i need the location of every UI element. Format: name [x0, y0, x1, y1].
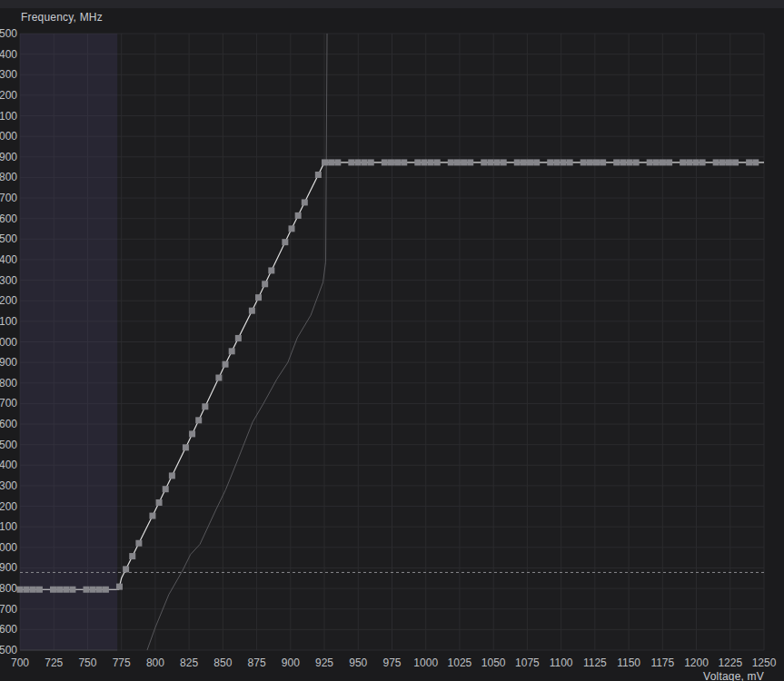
curve-point[interactable]: [633, 159, 640, 165]
curve-point[interactable]: [362, 159, 368, 165]
curve-point[interactable]: [195, 417, 202, 423]
curve-point[interactable]: [414, 159, 421, 165]
curve-point[interactable]: [746, 159, 752, 165]
curve-point[interactable]: [50, 587, 56, 593]
curve-point[interactable]: [561, 159, 567, 165]
y-tick-label: 000: [0, 541, 17, 554]
curve-point[interactable]: [202, 403, 208, 410]
curve-point[interactable]: [401, 159, 407, 165]
curve-point[interactable]: [90, 587, 96, 593]
y-axis-tick-labels: 5004003002001000009008007006005004003002…: [0, 0, 18, 681]
curve-point[interactable]: [282, 239, 288, 245]
curve-point[interactable]: [183, 444, 189, 450]
curve-point[interactable]: [215, 375, 222, 381]
curve-point[interactable]: [481, 159, 487, 165]
curve-point[interactable]: [169, 472, 175, 479]
y-tick-label: 200: [0, 294, 17, 307]
curve-point[interactable]: [732, 159, 739, 165]
curve-point[interactable]: [223, 361, 229, 368]
curve-point[interactable]: [461, 159, 467, 165]
curve-point[interactable]: [448, 159, 454, 165]
y-tick-label: 700: [0, 603, 17, 616]
y-tick-label: 100: [0, 315, 17, 328]
curve-point[interactable]: [394, 159, 401, 165]
curve-point[interactable]: [24, 587, 30, 593]
curve-point[interactable]: [613, 159, 620, 165]
curve-point[interactable]: [328, 159, 334, 165]
vf-curve-plot[interactable]: [0, 0, 784, 681]
curve-point[interactable]: [56, 587, 63, 593]
curve-point[interactable]: [163, 486, 169, 492]
curve-point[interactable]: [752, 159, 759, 165]
curve-point[interactable]: [587, 159, 593, 165]
curve-point[interactable]: [553, 159, 560, 165]
curve-point[interactable]: [494, 159, 501, 165]
curve-point[interactable]: [388, 159, 394, 165]
curve-point[interactable]: [547, 159, 553, 165]
y-tick-label: 800: [0, 377, 17, 390]
curve-point[interactable]: [527, 159, 533, 165]
curve-point[interactable]: [135, 540, 142, 547]
curve-point[interactable]: [116, 584, 123, 590]
curve-point[interactable]: [289, 225, 295, 232]
y-tick-label: 900: [0, 151, 17, 163]
curve-point[interactable]: [189, 430, 195, 437]
curve-point[interactable]: [268, 267, 274, 273]
curve-point[interactable]: [719, 159, 726, 165]
curve-point[interactable]: [149, 513, 155, 519]
curve-point[interactable]: [666, 159, 672, 165]
curve-point[interactable]: [262, 281, 268, 287]
curve-point[interactable]: [713, 159, 719, 165]
curve-point[interactable]: [700, 159, 706, 165]
curve-point[interactable]: [302, 199, 308, 205]
curve-point[interactable]: [581, 159, 587, 165]
curve-point[interactable]: [348, 159, 354, 165]
curve-point[interactable]: [96, 587, 103, 593]
curve-point[interactable]: [63, 587, 69, 593]
curve-point[interactable]: [501, 159, 507, 165]
curve-point[interactable]: [726, 159, 732, 165]
curve-point[interactable]: [686, 159, 692, 165]
curve-point[interactable]: [533, 159, 540, 165]
curve-point[interactable]: [647, 159, 653, 165]
curve-point[interactable]: [322, 159, 328, 165]
curve-point[interactable]: [521, 159, 527, 165]
curve-point[interactable]: [103, 587, 109, 593]
curve-point[interactable]: [660, 159, 666, 165]
curve-point[interactable]: [428, 159, 434, 165]
curve-point[interactable]: [467, 159, 473, 165]
curve-point[interactable]: [156, 499, 163, 506]
curve-point[interactable]: [454, 159, 461, 165]
curve-point[interactable]: [421, 159, 427, 165]
curve-point[interactable]: [255, 294, 262, 301]
curve-point[interactable]: [368, 159, 374, 165]
curve-point[interactable]: [620, 159, 626, 165]
y-tick-label: 500: [0, 439, 17, 451]
curve-point[interactable]: [593, 159, 600, 165]
curve-point[interactable]: [229, 348, 235, 354]
curve-point[interactable]: [514, 159, 521, 165]
curve-point[interactable]: [600, 159, 606, 165]
curve-point[interactable]: [83, 587, 89, 593]
curve-point[interactable]: [235, 335, 242, 341]
curve-point[interactable]: [315, 172, 322, 178]
curve-point[interactable]: [354, 159, 361, 165]
curve-point[interactable]: [123, 566, 129, 572]
curve-point[interactable]: [36, 587, 43, 593]
curve-point[interactable]: [692, 159, 699, 165]
curve-point[interactable]: [487, 159, 493, 165]
curve-point[interactable]: [334, 159, 341, 165]
curve-point[interactable]: [653, 159, 660, 165]
low-voltage-highlight-band: [20, 34, 117, 650]
curve-point[interactable]: [69, 587, 75, 593]
curve-point[interactable]: [567, 159, 573, 165]
curve-point[interactable]: [30, 587, 36, 593]
curve-point[interactable]: [295, 212, 302, 219]
curve-point[interactable]: [382, 159, 388, 165]
y-tick-label: 700: [0, 397, 17, 410]
curve-point[interactable]: [680, 159, 686, 165]
curve-point[interactable]: [626, 159, 632, 165]
curve-point[interactable]: [129, 553, 135, 559]
curve-point[interactable]: [249, 308, 255, 314]
curve-point[interactable]: [434, 159, 441, 165]
